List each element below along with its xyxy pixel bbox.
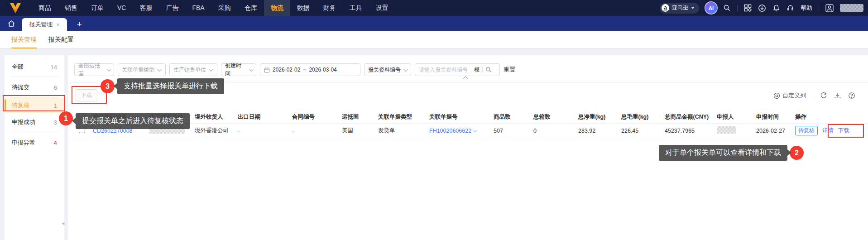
date-end: 2026-03-04: [309, 67, 336, 73]
chevron-down-icon: [157, 67, 162, 72]
home-icon[interactable]: [5, 18, 17, 29]
batch-download-button[interactable]: 下载: [76, 89, 97, 101]
menu-item-sales[interactable]: 销售: [58, 0, 84, 16]
notifications-bell-icon[interactable]: [772, 4, 780, 12]
marketplace-label: 亚马逊: [672, 4, 688, 12]
close-tab-icon[interactable]: ×: [56, 21, 60, 28]
detail-link[interactable]: 详情: [822, 127, 834, 134]
col-consignee: 境外收货人: [195, 113, 238, 121]
brand-logo-icon[interactable]: [9, 2, 22, 14]
callout-3: 3 支持批量选择报关单进行下载: [101, 79, 224, 94]
help-circle-icon[interactable]: [848, 92, 855, 99]
menu-item-customer-service[interactable]: 客服: [133, 0, 159, 16]
export-download-icon[interactable]: [834, 92, 841, 99]
doc-type-select[interactable]: 关联单据类型: [118, 63, 166, 76]
ai-assistant-button[interactable]: AI: [705, 2, 717, 14]
col-actions: 操作: [788, 113, 868, 121]
callout-2: 对于单个报关单可以查看详情和下载 2: [659, 145, 804, 161]
declarer-redacted: [717, 126, 736, 134]
menu-item-warehouse[interactable]: 仓库: [238, 0, 264, 16]
menu-item-tools[interactable]: 工具: [343, 0, 369, 16]
menu-item-orders[interactable]: 订单: [84, 0, 110, 16]
col-amount: 总商品金额(CNY): [665, 113, 717, 121]
filter-collapse-icon[interactable]: [463, 76, 468, 79]
producer-select[interactable]: 生产销售单位: [169, 63, 217, 76]
col-doc-type: 关联单据类型: [378, 113, 429, 121]
declare-time-value: 2026-02-27: [756, 128, 788, 134]
window-tab-strip: 报关管理 × +: [0, 16, 868, 31]
consignee-value: 境外香港公司: [195, 127, 238, 134]
callout-2-tooltip: 对于单个报关单可以查看详情和下载: [659, 145, 787, 161]
apps-grid-icon[interactable]: [744, 4, 752, 12]
callout-1-tooltip: 提交报关单之后进入待复核状态: [76, 113, 190, 129]
date-separator: ~: [303, 67, 306, 73]
chevron-down-icon: [209, 67, 213, 72]
sidebar-item-pending-submit[interactable]: 待提交 6: [5, 77, 64, 98]
user-avatar-icon[interactable]: [825, 4, 834, 12]
fuzzy-toggle[interactable]: 模: [474, 66, 480, 74]
add-tab-button[interactable]: +: [77, 20, 82, 29]
col-dest-country: 运抵国: [342, 113, 378, 121]
contract-no-value: -: [292, 128, 342, 134]
sidebar-collapse-icon[interactable]: ◂: [62, 220, 64, 226]
menu-item-data[interactable]: 数据: [290, 0, 317, 16]
time-field-select[interactable]: 创建时间: [221, 63, 256, 76]
menu-item-fba[interactable]: FBA: [185, 0, 211, 16]
amount-value: 45237.7965: [665, 128, 717, 134]
main-menu: 商品 销售 订单 VC 客服 广告 FBA 采购 仓库 物流 数据 财务 工具 …: [32, 0, 395, 16]
code-search-input[interactable]: [419, 67, 471, 73]
chevron-down-icon: [403, 67, 408, 72]
window-tab-customs[interactable]: 报关管理 ×: [22, 18, 67, 31]
marketplace-selector[interactable]: a 亚马逊: [660, 3, 699, 14]
date-start: 2026-02-02: [273, 67, 300, 73]
menu-item-finance[interactable]: 财务: [317, 0, 343, 16]
date-range-picker[interactable]: 2026-02-02 ~ 2026-03-04: [260, 63, 360, 76]
callout-3-tooltip: 支持批量选择报关单进行下载: [117, 78, 224, 94]
col-declare-time: 申报时间: [756, 113, 788, 121]
fixed-column-divider: [856, 166, 856, 240]
top-navbar: 商品 销售 订单 VC 客服 广告 FBA 采购 仓库 物流 数据 财务 工具 …: [0, 0, 868, 16]
export-date-value: -: [238, 128, 292, 134]
sidebar-item-all[interactable]: 全部 14: [5, 57, 64, 77]
tab-customs-config[interactable]: 报关配置: [48, 31, 74, 48]
refresh-icon[interactable]: [820, 92, 827, 99]
search-icon[interactable]: [485, 67, 492, 73]
menu-item-vc[interactable]: VC: [110, 0, 133, 16]
status-badge: 待复核: [795, 126, 818, 135]
username-redacted: [840, 4, 863, 12]
doc-no-link[interactable]: FH10020606622: [429, 128, 471, 134]
divider: [813, 92, 813, 99]
search-icon[interactable]: [723, 4, 731, 12]
download-link[interactable]: 下载: [838, 127, 849, 134]
callout-1: 1 提交报关单之后进入待复核状态: [59, 111, 190, 129]
net-weight-value: 283.92: [578, 128, 621, 134]
sidebar-item-declare-error[interactable]: 申报异常 4: [5, 131, 64, 154]
tab-customs-management[interactable]: 报关管理: [11, 31, 37, 48]
col-contract-no: 合同编号: [292, 113, 342, 121]
sidebar-item-declare-success[interactable]: 申报成功 3: [5, 113, 64, 131]
callout-2-number: 2: [790, 146, 804, 160]
menu-item-purchase[interactable]: 采购: [211, 0, 238, 16]
dest-country-select[interactable]: 全部运抵国: [74, 63, 114, 76]
sidebar-item-pending-review[interactable]: 待复核 1: [5, 98, 64, 113]
col-gross-weight: 总毛重(kg): [621, 113, 665, 121]
code-field-select[interactable]: 报关资料编号: [364, 63, 411, 76]
menu-item-logistics[interactable]: 物流: [264, 0, 290, 16]
divider: [482, 67, 483, 73]
count-badge: 6: [54, 84, 57, 91]
caret-down-icon: [691, 7, 695, 9]
col-net-weight: 总净重(kg): [578, 113, 621, 121]
menu-item-ads[interactable]: 广告: [159, 0, 185, 16]
app-window: 商品 销售 订单 VC 客服 广告 FBA 采购 仓库 物流 数据 财务 工具 …: [0, 0, 868, 240]
filter-bar: 全部运抵国 关联单据类型 生产销售单位 创建时间 2026-02-02 ~ 20…: [74, 63, 515, 76]
menu-item-settings[interactable]: 设置: [369, 0, 395, 16]
chevron-down-icon[interactable]: [473, 128, 477, 132]
headset-support-icon[interactable]: [786, 4, 794, 12]
customize-columns-button[interactable]: 自定义列: [773, 91, 806, 100]
download-center-icon[interactable]: [758, 4, 766, 12]
reset-filters-button[interactable]: 重置: [504, 66, 515, 74]
help-link[interactable]: 帮助: [801, 4, 812, 12]
menu-item-products[interactable]: 商品: [32, 0, 58, 16]
status-sidebar: 全部 14 待提交 6 待复核 1 申报成功 3 申报异常 4: [5, 55, 64, 240]
callout-3-number: 3: [101, 79, 115, 93]
